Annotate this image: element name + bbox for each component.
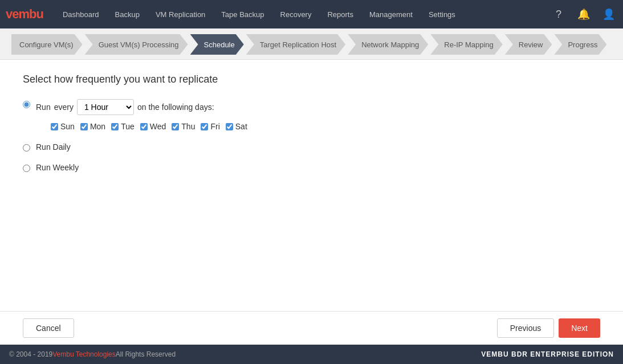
footer: © 2004 - 2019 Vembu Technologies All Rig… [0, 345, 623, 364]
checkbox-thu[interactable] [172, 123, 179, 130]
footer-brand: Vembu Technologies [52, 350, 116, 358]
main-content: Select how frequently you want to replic… [0, 60, 623, 311]
day-tue-label: Tue [121, 122, 135, 131]
days-row: Sun Mon Tue Wed Thu [51, 122, 247, 131]
nav-buttons: Previous Next [497, 318, 600, 338]
step-network-mapping[interactable]: Network Mapping [348, 34, 428, 55]
day-sat[interactable]: Sat [226, 122, 247, 131]
hour-select[interactable]: 1 Hour 2 Hours 4 Hours 6 Hours 8 Hours 1… [77, 99, 134, 115]
bell-icon[interactable]: 🔔 [575, 6, 592, 23]
run-daily-option: Run Daily [23, 142, 600, 152]
step-schedule[interactable]: Schedule [190, 34, 244, 55]
day-wed[interactable]: Wed [140, 122, 166, 131]
run-label[interactable]: Run [36, 101, 51, 113]
day-thu[interactable]: Thu [172, 122, 195, 131]
day-mon[interactable]: Mon [80, 122, 105, 131]
step-reip-mapping[interactable]: Re-IP Mapping [430, 34, 502, 55]
nav-backup[interactable]: Backup [107, 0, 148, 28]
run-weekly-radio[interactable] [23, 165, 30, 172]
nav-icon-area: ? 🔔 👤 [550, 6, 617, 23]
on-following-days-label: on the following days: [137, 101, 214, 113]
day-sat-label: Sat [235, 122, 247, 131]
logo-vem: vem [6, 7, 29, 21]
nav-dashboard[interactable]: Dashboard [55, 0, 107, 28]
checkbox-mon[interactable] [80, 123, 88, 130]
checkbox-sat[interactable] [226, 123, 233, 130]
run-weekly-label[interactable]: Run Weekly [36, 163, 79, 172]
cancel-button[interactable]: Cancel [23, 318, 74, 338]
logo-bu: bu [29, 7, 43, 21]
run-every-row: Run every 1 Hour 2 Hours 4 Hours 6 Hours… [36, 99, 247, 115]
run-every-radio[interactable] [23, 101, 30, 108]
step-configure-vms[interactable]: Configure VM(s) [11, 34, 83, 55]
nav-settings[interactable]: Settings [421, 0, 463, 28]
step-review[interactable]: Review [505, 34, 552, 55]
run-daily-radio[interactable] [23, 144, 30, 152]
step-guest-vms-processing[interactable]: Guest VM(s) Processing [85, 34, 188, 55]
checkbox-tue[interactable] [111, 123, 119, 130]
day-fri[interactable]: Fri [201, 122, 219, 131]
nav-management[interactable]: Management [361, 0, 421, 28]
day-mon-label: Mon [90, 122, 105, 131]
nav-recovery[interactable]: Recovery [272, 0, 320, 28]
section-title: Select how frequently you want to replic… [23, 73, 600, 85]
nav-reports[interactable]: Reports [319, 0, 361, 28]
day-wed-label: Wed [150, 122, 166, 131]
footer-edition: VEMBU BDR ENTERPRISE EDITION [481, 350, 614, 358]
footer-rights: All Rights Reserved [116, 350, 176, 358]
day-fri-label: Fri [210, 122, 219, 131]
top-navigation: vembu Dashboard Backup VM Replication Ta… [0, 0, 623, 28]
day-tue[interactable]: Tue [111, 122, 135, 131]
previous-button[interactable]: Previous [497, 318, 554, 338]
step-target-replication-host[interactable]: Target Replication Host [246, 34, 345, 55]
day-sun[interactable]: Sun [51, 122, 75, 131]
action-bar: Cancel Previous Next [0, 311, 623, 345]
footer-copy: © 2004 - 2019 [9, 350, 52, 358]
nav-items: Dashboard Backup VM Replication Tape Bac… [55, 0, 550, 28]
run-every-option: Run every 1 Hour 2 Hours 4 Hours 6 Hours… [23, 99, 600, 131]
every-label: every [54, 101, 74, 113]
wizard-steps: Configure VM(s) Guest VM(s) Processing S… [0, 28, 623, 60]
user-icon[interactable]: 👤 [600, 6, 617, 23]
checkbox-sun[interactable] [51, 123, 58, 130]
run-daily-label[interactable]: Run Daily [36, 142, 71, 152]
day-sun-label: Sun [60, 122, 75, 131]
logo[interactable]: vembu [6, 7, 43, 22]
step-progress[interactable]: Progress [554, 34, 606, 55]
day-thu-label: Thu [181, 122, 195, 131]
nav-tape-backup[interactable]: Tape Backup [213, 0, 272, 28]
nav-vm-replication[interactable]: VM Replication [148, 0, 213, 28]
next-button[interactable]: Next [559, 318, 600, 338]
run-weekly-option: Run Weekly [23, 163, 600, 172]
checkbox-wed[interactable] [140, 123, 148, 130]
checkbox-fri[interactable] [201, 123, 208, 130]
help-icon[interactable]: ? [550, 6, 567, 23]
